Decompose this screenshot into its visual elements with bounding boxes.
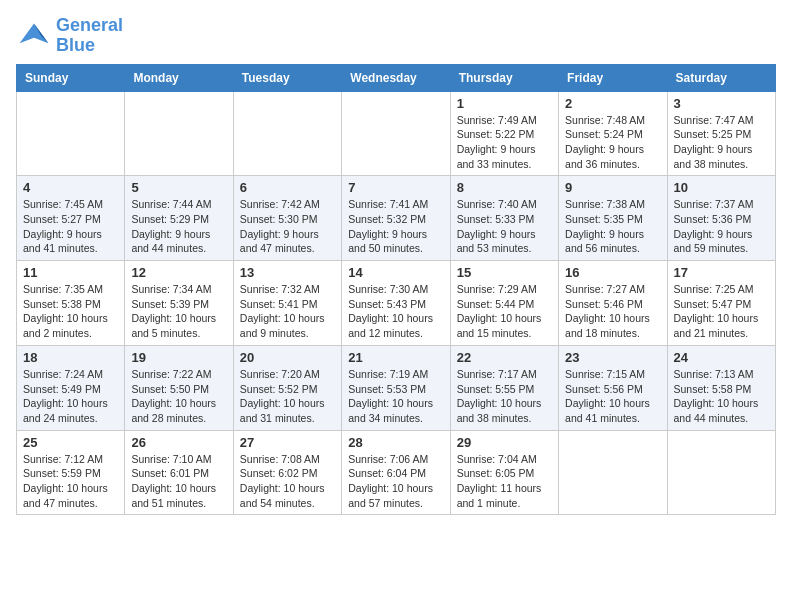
day-info: Sunrise: 7:42 AM Sunset: 5:30 PM Dayligh…	[240, 197, 335, 256]
day-info: Sunrise: 7:34 AM Sunset: 5:39 PM Dayligh…	[131, 282, 226, 341]
calendar-cell: 22Sunrise: 7:17 AM Sunset: 5:55 PM Dayli…	[450, 345, 558, 430]
day-info: Sunrise: 7:38 AM Sunset: 5:35 PM Dayligh…	[565, 197, 660, 256]
calendar-week-row: 25Sunrise: 7:12 AM Sunset: 5:59 PM Dayli…	[17, 430, 776, 515]
day-info: Sunrise: 7:10 AM Sunset: 6:01 PM Dayligh…	[131, 452, 226, 511]
day-number: 24	[674, 350, 769, 365]
day-info: Sunrise: 7:27 AM Sunset: 5:46 PM Dayligh…	[565, 282, 660, 341]
day-info: Sunrise: 7:37 AM Sunset: 5:36 PM Dayligh…	[674, 197, 769, 256]
day-number: 25	[23, 435, 118, 450]
day-number: 28	[348, 435, 443, 450]
calendar-cell: 2Sunrise: 7:48 AM Sunset: 5:24 PM Daylig…	[559, 91, 667, 176]
weekday-header-friday: Friday	[559, 64, 667, 91]
calendar-header-row: SundayMondayTuesdayWednesdayThursdayFrid…	[17, 64, 776, 91]
svg-marker-0	[20, 23, 49, 43]
day-number: 22	[457, 350, 552, 365]
calendar-cell	[342, 91, 450, 176]
day-number: 27	[240, 435, 335, 450]
weekday-header-thursday: Thursday	[450, 64, 558, 91]
day-number: 16	[565, 265, 660, 280]
day-info: Sunrise: 7:06 AM Sunset: 6:04 PM Dayligh…	[348, 452, 443, 511]
day-info: Sunrise: 7:29 AM Sunset: 5:44 PM Dayligh…	[457, 282, 552, 341]
day-info: Sunrise: 7:40 AM Sunset: 5:33 PM Dayligh…	[457, 197, 552, 256]
day-number: 2	[565, 96, 660, 111]
day-info: Sunrise: 7:04 AM Sunset: 6:05 PM Dayligh…	[457, 452, 552, 511]
day-info: Sunrise: 7:49 AM Sunset: 5:22 PM Dayligh…	[457, 113, 552, 172]
calendar-cell: 25Sunrise: 7:12 AM Sunset: 5:59 PM Dayli…	[17, 430, 125, 515]
logo-icon	[16, 18, 52, 54]
calendar-week-row: 11Sunrise: 7:35 AM Sunset: 5:38 PM Dayli…	[17, 261, 776, 346]
weekday-header-saturday: Saturday	[667, 64, 775, 91]
calendar-cell	[667, 430, 775, 515]
calendar-cell: 7Sunrise: 7:41 AM Sunset: 5:32 PM Daylig…	[342, 176, 450, 261]
calendar-cell: 29Sunrise: 7:04 AM Sunset: 6:05 PM Dayli…	[450, 430, 558, 515]
day-info: Sunrise: 7:41 AM Sunset: 5:32 PM Dayligh…	[348, 197, 443, 256]
title-area	[123, 16, 776, 18]
calendar-cell: 17Sunrise: 7:25 AM Sunset: 5:47 PM Dayli…	[667, 261, 775, 346]
calendar: SundayMondayTuesdayWednesdayThursdayFrid…	[16, 64, 776, 516]
day-info: Sunrise: 7:22 AM Sunset: 5:50 PM Dayligh…	[131, 367, 226, 426]
day-number: 18	[23, 350, 118, 365]
day-info: Sunrise: 7:30 AM Sunset: 5:43 PM Dayligh…	[348, 282, 443, 341]
calendar-cell: 5Sunrise: 7:44 AM Sunset: 5:29 PM Daylig…	[125, 176, 233, 261]
day-info: Sunrise: 7:32 AM Sunset: 5:41 PM Dayligh…	[240, 282, 335, 341]
weekday-header-sunday: Sunday	[17, 64, 125, 91]
calendar-cell: 13Sunrise: 7:32 AM Sunset: 5:41 PM Dayli…	[233, 261, 341, 346]
day-info: Sunrise: 7:35 AM Sunset: 5:38 PM Dayligh…	[23, 282, 118, 341]
calendar-cell: 21Sunrise: 7:19 AM Sunset: 5:53 PM Dayli…	[342, 345, 450, 430]
day-info: Sunrise: 7:15 AM Sunset: 5:56 PM Dayligh…	[565, 367, 660, 426]
calendar-cell: 16Sunrise: 7:27 AM Sunset: 5:46 PM Dayli…	[559, 261, 667, 346]
calendar-cell: 12Sunrise: 7:34 AM Sunset: 5:39 PM Dayli…	[125, 261, 233, 346]
day-info: Sunrise: 7:47 AM Sunset: 5:25 PM Dayligh…	[674, 113, 769, 172]
calendar-cell	[233, 91, 341, 176]
day-number: 8	[457, 180, 552, 195]
day-number: 4	[23, 180, 118, 195]
day-number: 11	[23, 265, 118, 280]
calendar-cell: 26Sunrise: 7:10 AM Sunset: 6:01 PM Dayli…	[125, 430, 233, 515]
calendar-cell: 6Sunrise: 7:42 AM Sunset: 5:30 PM Daylig…	[233, 176, 341, 261]
calendar-cell: 14Sunrise: 7:30 AM Sunset: 5:43 PM Dayli…	[342, 261, 450, 346]
weekday-header-monday: Monday	[125, 64, 233, 91]
day-number: 17	[674, 265, 769, 280]
day-info: Sunrise: 7:13 AM Sunset: 5:58 PM Dayligh…	[674, 367, 769, 426]
weekday-header-tuesday: Tuesday	[233, 64, 341, 91]
day-info: Sunrise: 7:48 AM Sunset: 5:24 PM Dayligh…	[565, 113, 660, 172]
calendar-cell: 8Sunrise: 7:40 AM Sunset: 5:33 PM Daylig…	[450, 176, 558, 261]
calendar-cell: 28Sunrise: 7:06 AM Sunset: 6:04 PM Dayli…	[342, 430, 450, 515]
day-number: 1	[457, 96, 552, 111]
calendar-cell: 18Sunrise: 7:24 AM Sunset: 5:49 PM Dayli…	[17, 345, 125, 430]
day-info: Sunrise: 7:17 AM Sunset: 5:55 PM Dayligh…	[457, 367, 552, 426]
calendar-cell: 9Sunrise: 7:38 AM Sunset: 5:35 PM Daylig…	[559, 176, 667, 261]
day-number: 12	[131, 265, 226, 280]
day-number: 23	[565, 350, 660, 365]
logo-text: General Blue	[56, 16, 123, 56]
calendar-cell: 24Sunrise: 7:13 AM Sunset: 5:58 PM Dayli…	[667, 345, 775, 430]
day-number: 7	[348, 180, 443, 195]
calendar-cell: 23Sunrise: 7:15 AM Sunset: 5:56 PM Dayli…	[559, 345, 667, 430]
day-number: 3	[674, 96, 769, 111]
calendar-cell: 27Sunrise: 7:08 AM Sunset: 6:02 PM Dayli…	[233, 430, 341, 515]
calendar-cell: 1Sunrise: 7:49 AM Sunset: 5:22 PM Daylig…	[450, 91, 558, 176]
day-info: Sunrise: 7:12 AM Sunset: 5:59 PM Dayligh…	[23, 452, 118, 511]
day-info: Sunrise: 7:24 AM Sunset: 5:49 PM Dayligh…	[23, 367, 118, 426]
logo: General Blue	[16, 16, 123, 56]
day-number: 26	[131, 435, 226, 450]
calendar-cell: 3Sunrise: 7:47 AM Sunset: 5:25 PM Daylig…	[667, 91, 775, 176]
calendar-cell: 10Sunrise: 7:37 AM Sunset: 5:36 PM Dayli…	[667, 176, 775, 261]
day-info: Sunrise: 7:20 AM Sunset: 5:52 PM Dayligh…	[240, 367, 335, 426]
day-number: 21	[348, 350, 443, 365]
day-number: 19	[131, 350, 226, 365]
day-number: 6	[240, 180, 335, 195]
day-number: 5	[131, 180, 226, 195]
calendar-cell	[125, 91, 233, 176]
day-number: 10	[674, 180, 769, 195]
day-info: Sunrise: 7:45 AM Sunset: 5:27 PM Dayligh…	[23, 197, 118, 256]
calendar-cell	[17, 91, 125, 176]
day-info: Sunrise: 7:08 AM Sunset: 6:02 PM Dayligh…	[240, 452, 335, 511]
day-number: 15	[457, 265, 552, 280]
calendar-cell: 20Sunrise: 7:20 AM Sunset: 5:52 PM Dayli…	[233, 345, 341, 430]
day-number: 29	[457, 435, 552, 450]
day-info: Sunrise: 7:25 AM Sunset: 5:47 PM Dayligh…	[674, 282, 769, 341]
day-info: Sunrise: 7:44 AM Sunset: 5:29 PM Dayligh…	[131, 197, 226, 256]
day-number: 14	[348, 265, 443, 280]
day-number: 20	[240, 350, 335, 365]
